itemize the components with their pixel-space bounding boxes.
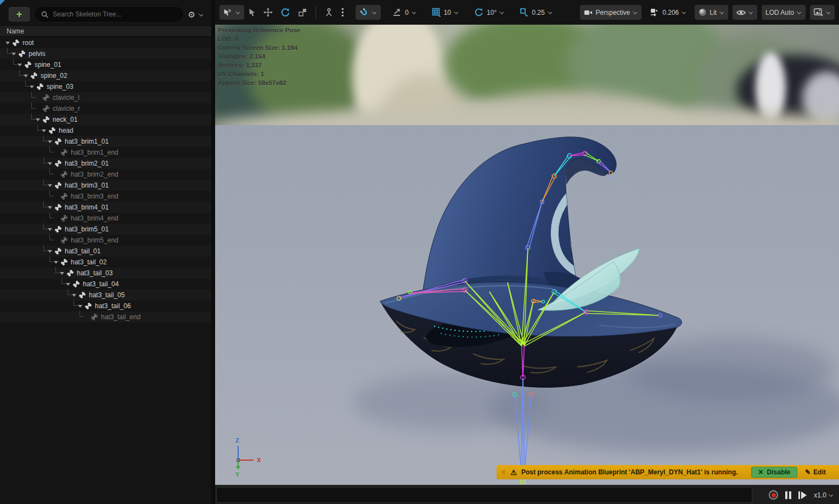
playback-speed-control[interactable]: x1.0 [814, 491, 834, 499]
bone-icon [72, 280, 80, 288]
perspective-button[interactable]: Perspective [580, 5, 642, 20]
move-tool-button[interactable] [260, 5, 277, 20]
tree-row-clavicle_l[interactable]: clavicle_l [0, 92, 211, 103]
skeleton-search[interactable] [35, 7, 183, 21]
bone-icon [30, 72, 38, 80]
bone-icon [85, 302, 92, 310]
expander-arrow-icon[interactable] [30, 86, 34, 88]
tree-row-hat3_tail_end[interactable]: hat3_tail_end [0, 312, 211, 322]
tree-row-hat3_brim5_01[interactable]: hat3_brim5_01 [0, 224, 211, 235]
camera-speed-control[interactable]: 0.206 [646, 5, 690, 20]
surface-snap-value: 0 [405, 9, 409, 16]
select-tool-button[interactable] [244, 5, 260, 20]
expander-arrow-icon[interactable] [48, 162, 52, 165]
tree-column-header-name[interactable]: Name [0, 25, 211, 37]
grid-snap-icon [432, 8, 441, 17]
expander-arrow-icon[interactable] [72, 294, 76, 297]
bone-label: head [59, 127, 74, 134]
tree-row-spine_03[interactable]: spine_03 [0, 81, 211, 92]
rotation-snap-control[interactable]: 10° [470, 5, 508, 20]
grid-snap-control[interactable]: 10 [428, 5, 463, 20]
bone-label: hat3_brim1_01 [65, 138, 109, 145]
tree-connector [31, 103, 36, 109]
expander-arrow-icon[interactable] [5, 42, 10, 44]
bone-end-icon [60, 214, 68, 222]
tree-settings-button[interactable]: ⚙ [188, 10, 204, 19]
disable-button[interactable]: ✕ Disable [751, 467, 798, 478]
expander-arrow-icon[interactable] [48, 140, 52, 143]
tree-row-hat3_tail_03[interactable]: hat3_tail_03 [0, 268, 211, 279]
tree-row-head[interactable]: head [0, 125, 211, 136]
viewport-options-button[interactable] [337, 5, 348, 20]
screenshot-button[interactable] [810, 5, 835, 20]
surface-snap-control[interactable]: 0 [388, 5, 420, 20]
lit-label: Lit [710, 9, 717, 16]
tree-row-neck_01[interactable]: neck_01 [0, 114, 211, 125]
record-button[interactable] [769, 490, 778, 500]
tree-connector [49, 212, 54, 218]
scale-snap-control[interactable]: 0.25 [516, 5, 556, 20]
bone-label: hat3_brim2_end [71, 171, 119, 178]
timeline-scrubber[interactable] [216, 487, 752, 503]
expander-arrow-icon[interactable] [66, 283, 70, 286]
tree-row-hat3_tail_04[interactable]: hat3_tail_04 [0, 279, 211, 290]
expander-arrow-icon[interactable] [24, 75, 28, 77]
expander-arrow-icon[interactable] [18, 64, 22, 66]
expander-arrow-icon[interactable] [48, 250, 52, 253]
rotate-tool-button[interactable] [277, 5, 294, 20]
expander-arrow-icon[interactable] [42, 129, 46, 132]
bone-icon [54, 138, 62, 145]
expander-arrow-icon[interactable] [60, 272, 64, 275]
expander-arrow-icon[interactable] [54, 261, 58, 264]
pause-button[interactable] [785, 491, 791, 499]
viewport-toolbar-right: Perspective 0.206 Lit [580, 5, 835, 20]
bone-label: hat3_brim4_end [71, 214, 119, 222]
expander-arrow-icon[interactable] [48, 206, 52, 209]
tree-row-hat3_brim1_01[interactable]: hat3_brim1_01 [0, 136, 211, 147]
step-forward-button[interactable] [798, 491, 807, 499]
select-object-icon [223, 8, 233, 17]
show-flags-button[interactable] [733, 5, 757, 20]
snap-settings-button[interactable] [356, 5, 381, 20]
pivot-options-button[interactable] [320, 5, 337, 20]
chevron-down-icon [372, 10, 377, 15]
warning-close-icon[interactable]: ✕ [501, 469, 506, 476]
tree-row-hat3_brim4_01[interactable]: hat3_brim4_01 [0, 202, 211, 213]
edit-button[interactable]: ✎ Edit [802, 468, 829, 477]
expander-arrow-icon[interactable] [12, 53, 16, 55]
add-button[interactable]: + [9, 7, 30, 21]
tree-row-root[interactable]: root [0, 37, 211, 48]
tree-row-hat3_brim5_end[interactable]: hat3_brim5_end [0, 235, 211, 246]
tree-row-spine_02[interactable]: spine_02 [0, 70, 211, 81]
tree-row-hat3_tail_01[interactable]: hat3_tail_01 [0, 246, 211, 257]
tree-row-hat3_brim3_end[interactable]: hat3_brim3_end [0, 191, 211, 202]
viewport-3d[interactable]: Z X Y Previewing Reference PoseLOD: 0Cur… [215, 25, 839, 485]
tree-row-hat3_brim4_end[interactable]: hat3_brim4_end [0, 213, 211, 224]
select-mode-button[interactable] [219, 5, 244, 20]
lod-button[interactable]: LOD Auto [762, 5, 806, 20]
bone-end-icon [42, 105, 50, 112]
expander-arrow-icon[interactable] [48, 184, 52, 187]
tree-row-hat3_brim2_01[interactable]: hat3_brim2_01 [0, 158, 211, 169]
expander-arrow-icon[interactable] [36, 118, 40, 121]
expander-arrow-icon[interactable] [48, 228, 52, 231]
bone-end-icon [42, 94, 50, 101]
chevron-down-icon [199, 12, 204, 17]
lit-mode-button[interactable]: Lit [695, 5, 728, 20]
tree-row-hat3_tail_02[interactable]: hat3_tail_02 [0, 257, 211, 268]
tree-row-hat3_tail_06[interactable]: hat3_tail_06 [0, 301, 211, 312]
camera-icon [584, 9, 593, 16]
axis-z-label: Z [235, 437, 239, 444]
axis-y-label: Y [235, 471, 240, 478]
eye-icon [736, 9, 746, 16]
tree-row-hat3_brim1_end[interactable]: hat3_brim1_end [0, 147, 211, 158]
scale-tool-button[interactable] [294, 5, 311, 20]
tree-row-pelvis[interactable]: pelvis [0, 48, 211, 59]
tree-row-clavicle_r[interactable]: clavicle_r [0, 103, 211, 114]
skeleton-search-input[interactable] [52, 10, 177, 19]
tree-row-hat3_tail_05[interactable]: hat3_tail_05 [0, 290, 211, 301]
expander-arrow-icon[interactable] [78, 305, 82, 308]
tree-row-spine_01[interactable]: spine_01 [0, 59, 211, 70]
tree-row-hat3_brim2_end[interactable]: hat3_brim2_end [0, 169, 211, 180]
tree-row-hat3_brim3_01[interactable]: hat3_brim3_01 [0, 180, 211, 191]
